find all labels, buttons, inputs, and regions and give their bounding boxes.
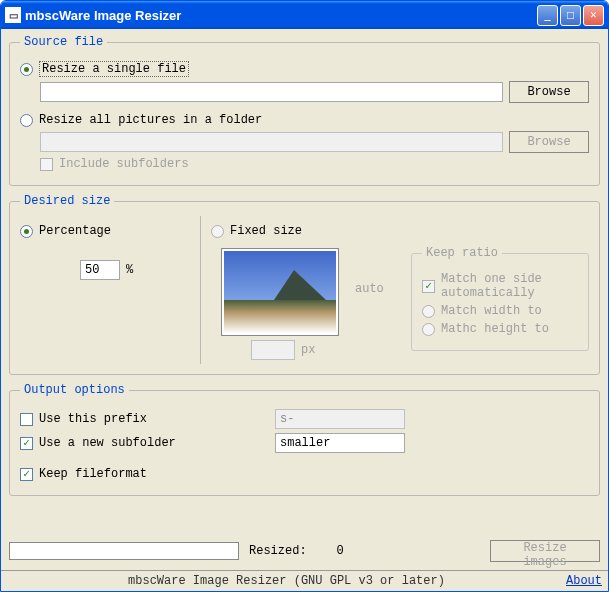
keep-format-label[interactable]: Keep fileformat bbox=[39, 467, 147, 481]
include-subfolders-label: Include subfolders bbox=[59, 157, 189, 171]
resize-folder-radio[interactable] bbox=[20, 114, 33, 127]
about-link[interactable]: About bbox=[566, 574, 602, 588]
resize-single-radio[interactable] bbox=[20, 63, 33, 76]
output-options-group: Output options Use this prefix Use a new… bbox=[9, 383, 600, 496]
percentage-radio[interactable] bbox=[20, 225, 33, 238]
percentage-label[interactable]: Percentage bbox=[39, 224, 111, 238]
resized-label: Resized: bbox=[249, 544, 307, 558]
resize-single-label[interactable]: Resize a single file bbox=[39, 61, 189, 77]
match-auto-label: Match one side automatically bbox=[441, 272, 578, 300]
folder-input bbox=[40, 132, 503, 152]
prefix-input bbox=[275, 409, 405, 429]
use-subfolder-label[interactable]: Use a new subfolder bbox=[39, 436, 269, 450]
desired-size-group: Desired size Percentage % F bbox=[9, 194, 600, 375]
status-bar: mbscWare Image Resizer (GNU GPL v3 or la… bbox=[1, 570, 608, 591]
auto-label: auto bbox=[355, 282, 384, 296]
minimize-button[interactable]: _ bbox=[537, 5, 558, 26]
credit-text: mbscWare Image Resizer (GNU GPL v3 or la… bbox=[7, 574, 566, 588]
source-file-legend: Source file bbox=[20, 35, 107, 49]
keep-ratio-legend: Keep ratio bbox=[422, 246, 502, 260]
use-prefix-label[interactable]: Use this prefix bbox=[39, 412, 269, 426]
match-height-radio bbox=[422, 323, 435, 336]
px-unit: px bbox=[301, 343, 315, 357]
match-height-label: Mathc height to bbox=[441, 322, 549, 336]
percentage-input[interactable] bbox=[80, 260, 120, 280]
browse-single-button[interactable]: Browse bbox=[509, 81, 589, 103]
use-prefix-checkbox[interactable] bbox=[20, 413, 33, 426]
window-controls: _ □ × bbox=[537, 5, 604, 26]
resize-images-button: Resize images bbox=[490, 540, 600, 562]
match-auto-checkbox bbox=[422, 280, 435, 293]
match-width-label: Match width to bbox=[441, 304, 542, 318]
progress-bar bbox=[9, 542, 239, 560]
percent-unit: % bbox=[126, 263, 133, 277]
subfolder-input[interactable] bbox=[275, 433, 405, 453]
app-window: ▭ mbscWare Image Resizer _ □ × Source fi… bbox=[0, 0, 609, 592]
titlebar: ▭ mbscWare Image Resizer _ □ × bbox=[1, 1, 608, 29]
content-area: Source file Resize a single file Browse … bbox=[1, 29, 608, 570]
output-options-legend: Output options bbox=[20, 383, 129, 397]
use-subfolder-checkbox[interactable] bbox=[20, 437, 33, 450]
maximize-button[interactable]: □ bbox=[560, 5, 581, 26]
preview-image bbox=[221, 248, 339, 336]
keep-format-checkbox[interactable] bbox=[20, 468, 33, 481]
px-input bbox=[251, 340, 295, 360]
browse-folder-button: Browse bbox=[509, 131, 589, 153]
resize-folder-label[interactable]: Resize all pictures in a folder bbox=[39, 113, 262, 127]
fixed-size-radio[interactable] bbox=[211, 225, 224, 238]
keep-ratio-group: Keep ratio Match one side automatically … bbox=[411, 246, 589, 351]
bottom-row: Resized: 0 Resize images bbox=[9, 536, 600, 570]
resized-count: 0 bbox=[337, 544, 344, 558]
match-width-radio bbox=[422, 305, 435, 318]
include-subfolders-checkbox bbox=[40, 158, 53, 171]
single-file-input[interactable] bbox=[40, 82, 503, 102]
desired-size-legend: Desired size bbox=[20, 194, 114, 208]
close-button[interactable]: × bbox=[583, 5, 604, 26]
window-title: mbscWare Image Resizer bbox=[25, 8, 537, 23]
app-icon: ▭ bbox=[5, 7, 21, 23]
divider bbox=[200, 216, 201, 364]
fixed-size-label[interactable]: Fixed size bbox=[230, 224, 302, 238]
source-file-group: Source file Resize a single file Browse … bbox=[9, 35, 600, 186]
